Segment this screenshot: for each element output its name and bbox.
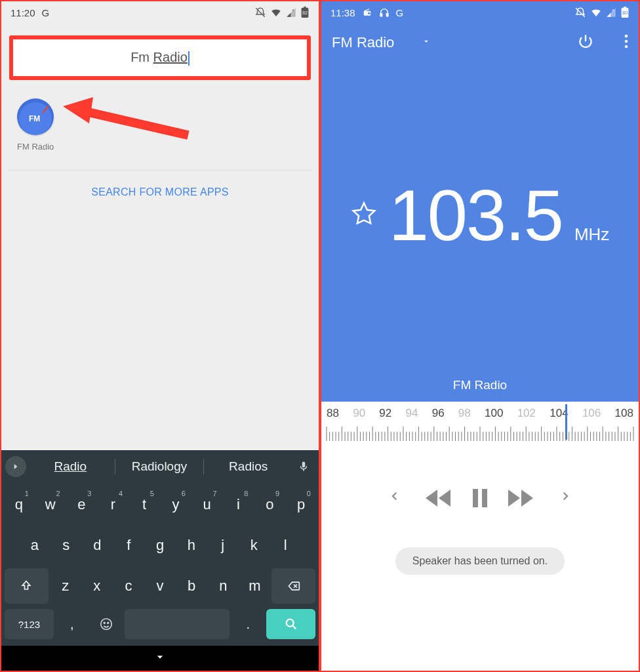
app-bar-dropdown-icon[interactable] (422, 37, 431, 49)
key-f[interactable]: f (114, 528, 143, 563)
svg-point-10 (368, 12, 370, 14)
dial-label-98: 98 (458, 407, 471, 420)
key-v[interactable]: v (146, 568, 174, 604)
key-t[interactable]: t5 (130, 487, 159, 522)
key-space[interactable] (125, 609, 230, 639)
frequency-dial[interactable]: 889092949698100102104106108 (321, 402, 639, 442)
seek-back-button[interactable] (424, 488, 453, 508)
key-z[interactable]: z (51, 568, 80, 604)
svg-point-5 (101, 619, 112, 630)
battery-icon: 80 (620, 7, 630, 18)
wifi-icon (270, 7, 282, 18)
svg-point-19 (625, 45, 628, 49)
key-r[interactable]: r4 (98, 487, 127, 522)
search-input-text: Fm Radio (130, 50, 190, 66)
svg-marker-4 (63, 97, 93, 123)
key-y[interactable]: y6 (161, 487, 190, 522)
svg-point-17 (625, 35, 628, 38)
search-more-apps-button[interactable]: SEARCH FOR MORE APPS (1, 171, 319, 214)
key-comma[interactable]: , (56, 609, 88, 639)
suggestion-expand-button[interactable] (5, 456, 26, 477)
pause-button[interactable] (471, 488, 489, 508)
svg-point-8 (286, 620, 293, 627)
key-j[interactable]: j (209, 528, 237, 563)
key-p[interactable]: p0 (287, 487, 315, 522)
favorite-star-button[interactable] (351, 201, 377, 230)
toast-message: Speaker has been turned on. (395, 547, 565, 575)
google-icon: G (396, 7, 404, 18)
overflow-menu-icon[interactable] (624, 34, 628, 51)
frequency-unit: MHz (574, 224, 609, 245)
google-icon: G (42, 7, 50, 18)
wifi-icon (590, 7, 602, 18)
key-o[interactable]: o9 (255, 487, 284, 522)
svg-text:x: x (612, 8, 614, 12)
key-emoji[interactable] (90, 609, 122, 639)
svg-rect-21 (482, 489, 487, 507)
prev-station-button[interactable] (384, 488, 406, 508)
mic-icon[interactable] (292, 461, 315, 472)
key-g[interactable]: g (146, 528, 174, 563)
dial-label-90: 90 (353, 407, 365, 420)
key-u[interactable]: u7 (193, 487, 222, 522)
key-e[interactable]: e3 (68, 487, 96, 522)
key-symbols[interactable]: ?123 (5, 609, 54, 639)
dial-label-100: 100 (485, 407, 503, 420)
dial-label-106: 106 (582, 407, 601, 420)
svg-point-18 (625, 40, 628, 43)
svg-text:80: 80 (622, 10, 628, 16)
dial-label-94: 94 (406, 407, 418, 420)
app-result-fm-radio[interactable]: FM FM Radio (1, 87, 319, 157)
signal-icon: x (606, 7, 616, 18)
key-h[interactable]: h (177, 528, 206, 563)
app-bar-title[interactable]: FM Radio (332, 34, 394, 51)
key-n[interactable]: n (209, 568, 237, 604)
status-time: 11:38 (330, 7, 355, 18)
status-bar: 11:20 G x 82 (1, 1, 319, 24)
key-search[interactable] (266, 609, 315, 639)
key-m[interactable]: m (240, 568, 269, 604)
annotation-arrow (60, 94, 191, 147)
key-backspace[interactable] (271, 568, 315, 604)
key-x[interactable]: x (83, 568, 111, 604)
key-a[interactable]: a (20, 528, 49, 563)
suggestion-3[interactable]: Radios (205, 459, 291, 474)
key-k[interactable]: k (239, 528, 268, 563)
key-period[interactable]: . (232, 609, 264, 639)
status-bar: 11:38 G x 80 (321, 1, 639, 24)
dial-label-92: 92 (379, 407, 391, 420)
headphones-icon (379, 7, 390, 18)
key-shift[interactable] (5, 568, 49, 604)
battery-icon: 82 (300, 7, 310, 18)
svg-text:x: x (292, 8, 294, 12)
key-s[interactable]: s (52, 528, 81, 563)
key-l[interactable]: l (271, 528, 300, 563)
nav-collapse-icon[interactable] (153, 650, 167, 666)
phone-left-search: 11:20 G x 82 Fm Radio FM (1, 1, 319, 671)
signal-icon: x (286, 7, 296, 18)
key-c[interactable]: c (114, 568, 143, 604)
suggestion-2[interactable]: Radiology (117, 459, 203, 474)
svg-rect-2 (304, 7, 306, 8)
key-b[interactable]: b (177, 568, 206, 604)
power-button[interactable] (577, 33, 594, 52)
phone-right-fm-radio: 11:38 G x 80 (321, 1, 639, 671)
station-name: FM Radio (321, 378, 639, 402)
key-w[interactable]: w2 (36, 487, 65, 522)
seek-forward-button[interactable] (507, 488, 536, 508)
nav-bar (1, 646, 319, 671)
key-q[interactable]: q1 (5, 487, 33, 522)
suggestion-1[interactable]: Radio (28, 459, 113, 474)
key-i[interactable]: i8 (224, 487, 253, 522)
next-station-button[interactable] (554, 488, 576, 508)
key-d[interactable]: d (83, 528, 112, 563)
on-screen-keyboard: Radio Radiology Radios q1w2e3r4t5y6u7i8o… (1, 450, 319, 646)
dial-label-102: 102 (517, 407, 536, 420)
search-input-highlight[interactable]: Fm Radio (9, 35, 311, 80)
svg-rect-15 (624, 7, 626, 8)
fm-radio-icon: FM (17, 98, 54, 135)
dnd-icon (254, 7, 266, 18)
svg-rect-20 (473, 489, 478, 507)
dial-label-108: 108 (615, 407, 633, 420)
svg-text:82: 82 (302, 10, 308, 16)
